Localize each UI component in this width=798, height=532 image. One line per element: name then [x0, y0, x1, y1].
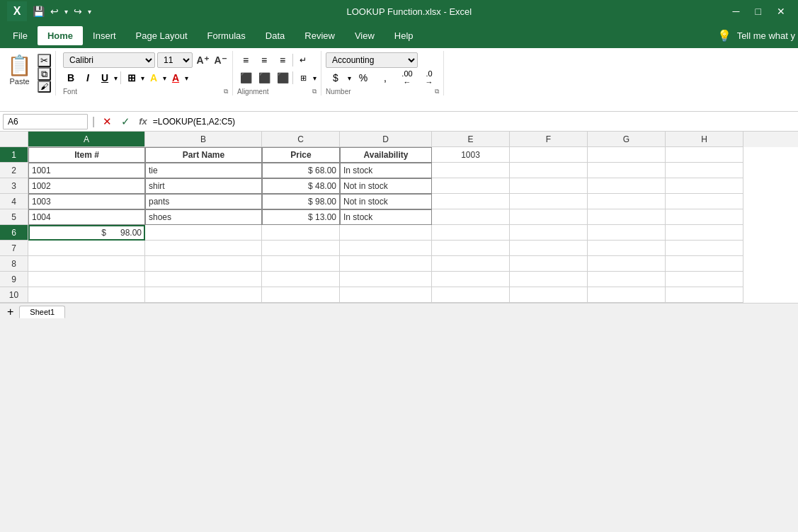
align-top-center-button[interactable]: ≡	[256, 52, 273, 68]
maximize-btn[interactable]: □	[750, 6, 767, 17]
cell-f7[interactable]	[510, 241, 588, 256]
cell-d6[interactable]	[340, 225, 432, 241]
cell-a7[interactable]	[28, 241, 145, 256]
underline-dropdown[interactable]: ▾	[114, 74, 118, 82]
cell-a1[interactable]: Item #	[28, 147, 145, 163]
underline-button[interactable]: U	[97, 70, 113, 86]
increase-decimal-button[interactable]: .00←	[397, 70, 417, 86]
menu-data[interactable]: Data	[256, 26, 295, 45]
cell-e2[interactable]	[432, 163, 510, 178]
col-header-b[interactable]: B	[145, 132, 262, 147]
cell-h4[interactable]	[666, 194, 743, 209]
cell-h8[interactable]	[666, 256, 743, 272]
fill-dropdown[interactable]: ▾	[163, 74, 166, 82]
cell-b6[interactable]	[145, 225, 262, 241]
insert-function-button[interactable]: fx	[136, 116, 150, 127]
col-header-e[interactable]: E	[432, 132, 510, 147]
quick-access-save[interactable]: 💾	[33, 6, 45, 17]
cell-b4[interactable]: pants	[145, 194, 262, 209]
close-btn[interactable]: ✕	[771, 6, 791, 17]
cell-h9[interactable]	[666, 272, 743, 287]
cell-d9[interactable]	[340, 272, 432, 287]
align-center-button[interactable]: ⬛	[256, 70, 273, 86]
col-header-d[interactable]: D	[340, 132, 432, 147]
number-expand-icon[interactable]: ⧉	[435, 88, 439, 96]
italic-button[interactable]: I	[80, 70, 96, 86]
cell-c2[interactable]: $ 68.00	[262, 163, 340, 178]
confirm-formula-button[interactable]: ✓	[118, 114, 133, 129]
cell-b5[interactable]: shoes	[145, 209, 262, 225]
cell-e4[interactable]	[432, 194, 510, 209]
cell-d7[interactable]	[340, 241, 432, 256]
dollar-dropdown[interactable]: ▾	[348, 74, 351, 82]
cell-b2[interactable]: tie	[145, 163, 262, 178]
cell-c3[interactable]: $ 48.00	[262, 178, 340, 194]
cell-g5[interactable]	[588, 209, 666, 225]
dollar-sign-button[interactable]: $	[326, 70, 346, 86]
row-header-4[interactable]: 4	[0, 194, 28, 209]
cell-c1[interactable]: Price	[262, 147, 340, 163]
font-color-dropdown[interactable]: ▾	[185, 74, 188, 82]
merge-dropdown[interactable]: ▾	[313, 74, 317, 82]
row-header-9[interactable]: 9	[0, 272, 28, 287]
cell-g8[interactable]	[588, 256, 666, 272]
cell-b8[interactable]	[145, 256, 262, 272]
align-top-right-button[interactable]: ≡	[274, 52, 291, 68]
cell-f3[interactable]	[510, 178, 588, 194]
tell-me-input[interactable]: Tell me what y	[737, 30, 795, 41]
col-header-c[interactable]: C	[262, 132, 340, 147]
alignment-expand-icon[interactable]: ⧉	[312, 88, 317, 96]
menu-file[interactable]: File	[3, 26, 38, 45]
cell-g7[interactable]	[588, 241, 666, 256]
cell-d10[interactable]	[340, 287, 432, 303]
cell-f8[interactable]	[510, 256, 588, 272]
cell-a9[interactable]	[28, 272, 145, 287]
font-size-select[interactable]: 11 10 12 14	[157, 52, 193, 68]
fill-color-button[interactable]: A	[146, 70, 161, 86]
cell-d4[interactable]: Not in stock	[340, 194, 432, 209]
cell-d5[interactable]: In stock	[340, 209, 432, 225]
row-header-7[interactable]: 7	[0, 241, 28, 256]
cell-e10[interactable]	[432, 287, 510, 303]
cell-g10[interactable]	[588, 287, 666, 303]
cell-e5[interactable]	[432, 209, 510, 225]
cell-d1[interactable]: Availability	[340, 147, 432, 163]
merge-cells-button[interactable]: ⊞	[295, 70, 312, 86]
row-header-3[interactable]: 3	[0, 178, 28, 194]
border-button[interactable]: ⊞	[124, 70, 139, 86]
name-box[interactable]	[3, 114, 88, 129]
col-header-h[interactable]: H	[666, 132, 743, 147]
cell-a10[interactable]	[28, 287, 145, 303]
cell-a5[interactable]: 1004	[28, 209, 145, 225]
row-header-6[interactable]: 6	[0, 225, 28, 241]
col-header-g[interactable]: G	[588, 132, 666, 147]
font-name-select[interactable]: Calibri Arial Times New Roman	[63, 52, 155, 68]
bold-button[interactable]: B	[63, 70, 79, 86]
cut-button[interactable]: ✂	[38, 54, 51, 67]
cell-f5[interactable]	[510, 209, 588, 225]
cell-h2[interactable]	[666, 163, 743, 178]
cell-e6[interactable]	[432, 225, 510, 241]
cell-b9[interactable]	[145, 272, 262, 287]
cell-e9[interactable]	[432, 272, 510, 287]
cell-g6[interactable]	[588, 225, 666, 241]
cell-h3[interactable]	[666, 178, 743, 194]
decrease-font-size-button[interactable]: A⁻	[212, 52, 228, 68]
row-header-10[interactable]: 10	[0, 287, 28, 303]
cell-c7[interactable]	[262, 241, 340, 256]
cell-a3[interactable]: 1002	[28, 178, 145, 194]
row-header-5[interactable]: 5	[0, 209, 28, 225]
menu-review[interactable]: Review	[295, 26, 345, 45]
menu-formulas[interactable]: Formulas	[198, 26, 256, 45]
cell-c9[interactable]	[262, 272, 340, 287]
font-color-button[interactable]: A	[168, 70, 183, 86]
cell-b10[interactable]	[145, 287, 262, 303]
cell-e1[interactable]: 1003	[432, 147, 510, 163]
cell-c6[interactable]	[262, 225, 340, 241]
formula-input[interactable]	[153, 114, 795, 129]
cell-h6[interactable]	[666, 225, 743, 241]
menu-view[interactable]: View	[345, 26, 384, 45]
undo-dropdown[interactable]: ▾	[64, 8, 68, 16]
paste-button[interactable]: 📋 Paste	[3, 52, 36, 94]
cell-h7[interactable]	[666, 241, 743, 256]
